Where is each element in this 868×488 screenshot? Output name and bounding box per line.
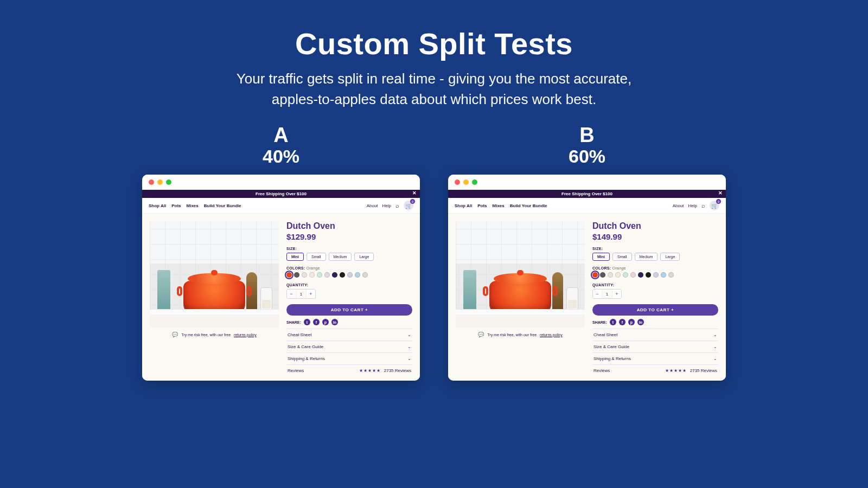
- nav-build-bundle[interactable]: Build Your Bundle: [204, 203, 241, 208]
- nav-build-bundle[interactable]: Build Your Bundle: [510, 203, 547, 208]
- acc-shipping[interactable]: Shipping & Returns⌄: [592, 352, 718, 364]
- product-image: [456, 221, 585, 328]
- swatch-8[interactable]: [347, 272, 353, 278]
- swatch-7[interactable]: [646, 272, 651, 278]
- size-small[interactable]: Small: [307, 253, 326, 261]
- size-options: Mini Small Medium Large: [286, 253, 412, 261]
- search-icon[interactable]: ⌕: [701, 202, 705, 209]
- color-swatches: [286, 272, 412, 278]
- traffic-light-min-icon[interactable]: [463, 179, 469, 185]
- store-nav: Shop All Pots Mixes Build Your Bundle Ab…: [142, 198, 420, 214]
- swatch-8[interactable]: [653, 272, 659, 278]
- acc-reviews[interactable]: Reviews ★★★★★ 2735 Reviews: [592, 364, 718, 376]
- traffic-light-min-icon[interactable]: [157, 179, 163, 185]
- size-medium[interactable]: Medium: [329, 253, 352, 261]
- search-icon[interactable]: ⌕: [395, 202, 399, 209]
- swatch-10[interactable]: [362, 272, 368, 278]
- traffic-light-close-icon[interactable]: [455, 179, 460, 185]
- swatch-6[interactable]: [332, 272, 337, 278]
- swatch-2[interactable]: [302, 272, 307, 278]
- traffic-light-close-icon[interactable]: [149, 179, 154, 185]
- promo-bar: Free Shipping Over $100 ✕: [448, 190, 726, 198]
- swatch-9[interactable]: [355, 272, 360, 278]
- swatch-5[interactable]: [630, 272, 636, 278]
- qty-decrement[interactable]: −: [593, 290, 602, 298]
- swatch-9[interactable]: [661, 272, 666, 278]
- share-facebook-icon[interactable]: f: [313, 319, 320, 325]
- color-swatches: [592, 272, 718, 278]
- swatch-orange[interactable]: [592, 272, 598, 278]
- swatch-orange[interactable]: [286, 272, 292, 278]
- product-panel: 💬 Try me risk free, with our free return…: [448, 214, 726, 381]
- size-medium[interactable]: Medium: [635, 253, 658, 261]
- acc-cheat-sheet[interactable]: Cheat Sheet⌄: [592, 329, 718, 341]
- star-rating-icon: ★★★★★: [359, 368, 381, 373]
- swatch-3[interactable]: [615, 272, 621, 278]
- decor-canister: [157, 270, 170, 310]
- swatch-10[interactable]: [668, 272, 674, 278]
- qty-decrement[interactable]: −: [287, 290, 296, 298]
- size-large[interactable]: Large: [660, 253, 680, 261]
- chat-icon: 💬: [478, 332, 484, 337]
- acc-reviews[interactable]: Reviews ★★★★★ 2735 Reviews: [286, 364, 412, 376]
- size-mini[interactable]: Mini: [592, 253, 610, 261]
- acc-size-care[interactable]: Size & Care Guide⌄: [592, 341, 718, 352]
- cart-button[interactable]: 🛒 0: [710, 201, 719, 210]
- share-pinterest-icon[interactable]: p: [322, 319, 329, 325]
- swatch-4[interactable]: [623, 272, 628, 278]
- traffic-light-max-icon[interactable]: [472, 179, 477, 185]
- swatch-1[interactable]: [294, 272, 299, 278]
- share-linkedin-icon[interactable]: in: [331, 319, 338, 325]
- swatch-3[interactable]: [309, 272, 315, 278]
- nav-about[interactable]: About: [673, 203, 684, 208]
- qty-value: 1: [602, 290, 612, 298]
- returns-policy-link[interactable]: returns policy: [540, 333, 563, 337]
- nav-help[interactable]: Help: [688, 203, 697, 208]
- nav-mixes[interactable]: Mixes: [187, 203, 199, 208]
- variant-a-percent: 40%: [142, 146, 420, 167]
- nav-shop-all[interactable]: Shop All: [455, 203, 472, 208]
- acc-size-care[interactable]: Size & Care Guide⌄: [286, 341, 412, 352]
- returns-policy-link[interactable]: returns policy: [234, 333, 257, 337]
- promo-close-icon[interactable]: ✕: [412, 190, 417, 196]
- nav-mixes[interactable]: Mixes: [493, 203, 505, 208]
- size-mini[interactable]: Mini: [286, 253, 304, 261]
- chevron-down-icon: ⌄: [407, 344, 411, 349]
- cart-button[interactable]: 🛒 0: [404, 201, 413, 210]
- variant-a-card: Free Shipping Over $100 ✕ Shop All Pots …: [142, 175, 420, 381]
- size-label: SIZE:: [286, 247, 412, 251]
- add-to-cart-button[interactable]: ADD TO CART +: [592, 304, 718, 316]
- swatch-7[interactable]: [340, 272, 345, 278]
- product-title: Dutch Oven: [286, 221, 412, 231]
- variant-a-label: A: [142, 124, 420, 147]
- traffic-light-max-icon[interactable]: [166, 179, 171, 185]
- swatch-5[interactable]: [324, 272, 330, 278]
- promo-close-icon[interactable]: ✕: [718, 190, 723, 196]
- variant-b-label: B: [448, 124, 726, 147]
- swatch-4[interactable]: [317, 272, 322, 278]
- qty-increment[interactable]: +: [307, 290, 315, 298]
- acc-cheat-sheet[interactable]: Cheat Sheet⌄: [286, 329, 412, 341]
- swatch-6[interactable]: [638, 272, 643, 278]
- share-facebook-icon[interactable]: f: [619, 319, 626, 325]
- star-rating-icon: ★★★★★: [665, 368, 687, 373]
- product-pot: [183, 281, 245, 312]
- acc-shipping[interactable]: Shipping & Returns⌄: [286, 352, 412, 364]
- nav-pots[interactable]: Pots: [171, 203, 181, 208]
- qty-increment[interactable]: +: [612, 290, 621, 298]
- quantity-stepper: − 1 +: [592, 289, 622, 299]
- nav-shop-all[interactable]: Shop All: [149, 203, 166, 208]
- add-to-cart-button[interactable]: ADD TO CART +: [286, 304, 412, 316]
- risk-free-note: 💬 Try me risk free, with our free return…: [456, 332, 585, 337]
- share-twitter-icon[interactable]: t: [610, 319, 616, 325]
- share-pinterest-icon[interactable]: p: [628, 319, 635, 325]
- share-twitter-icon[interactable]: t: [304, 319, 310, 325]
- swatch-2[interactable]: [608, 272, 613, 278]
- size-large[interactable]: Large: [354, 253, 374, 261]
- nav-about[interactable]: About: [367, 203, 378, 208]
- swatch-1[interactable]: [600, 272, 605, 278]
- share-linkedin-icon[interactable]: in: [637, 319, 644, 325]
- nav-help[interactable]: Help: [382, 203, 391, 208]
- size-small[interactable]: Small: [612, 253, 632, 261]
- nav-pots[interactable]: Pots: [477, 203, 487, 208]
